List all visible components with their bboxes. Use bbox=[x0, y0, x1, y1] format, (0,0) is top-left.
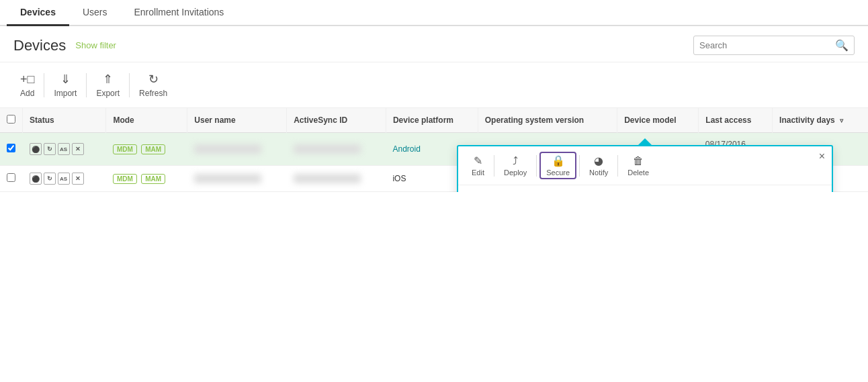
col-inactivity[interactable]: Inactivity days ▿ bbox=[773, 108, 868, 133]
row-status: ⚫ ↻ AS ✕ bbox=[23, 133, 106, 166]
page-header: Devices Show filter 🔍 bbox=[0, 26, 868, 62]
activesync-blurred bbox=[294, 144, 361, 154]
tab-devices[interactable]: Devices bbox=[7, 0, 69, 26]
col-platform[interactable]: Device platform bbox=[386, 108, 478, 133]
badge-mam: MAM bbox=[141, 174, 165, 184]
row-checkbox-cell[interactable] bbox=[0, 133, 23, 166]
show-filter-link[interactable]: Show filter bbox=[75, 40, 116, 50]
popup-edit-button[interactable]: ✎ Edit bbox=[465, 152, 491, 179]
search-box: 🔍 bbox=[693, 36, 855, 55]
add-label: Add bbox=[20, 89, 34, 98]
refresh-label: Refresh bbox=[139, 89, 167, 98]
table-container: Status Mode User name ActiveSync ID Devi… bbox=[0, 108, 868, 192]
select-all-header[interactable] bbox=[0, 108, 23, 133]
popup-toolbar: ✎ Edit ⤴ Deploy 🔒 Secure ◕ Notify 🗑 Dele… bbox=[458, 146, 832, 185]
edit-icon: ✎ bbox=[474, 154, 482, 167]
status-icon-x: ✕ bbox=[72, 173, 84, 185]
status-icon-as: AS bbox=[58, 173, 70, 185]
status-icons: ⚫ ↻ AS ✕ bbox=[30, 143, 99, 155]
col-last-access[interactable]: Last access bbox=[699, 108, 773, 133]
top-nav: Devices Users Enrollment Invitations bbox=[0, 0, 868, 26]
export-icon: ⇑ bbox=[103, 72, 113, 87]
badge-mdm: MDM bbox=[113, 144, 137, 154]
table-header-row: Status Mode User name ActiveSync ID Devi… bbox=[0, 108, 868, 133]
username-blurred bbox=[194, 144, 261, 154]
col-inactivity-sort-icon: ▿ bbox=[840, 117, 843, 124]
notify-label: Notify bbox=[589, 169, 608, 177]
popup-toolbar-divider-2 bbox=[536, 155, 537, 177]
row-checkbox[interactable] bbox=[7, 144, 15, 152]
row-checkbox-cell[interactable] bbox=[0, 166, 23, 192]
add-icon: +□ bbox=[20, 73, 34, 87]
status-icons: ⚫ ↻ AS ✕ bbox=[30, 173, 99, 185]
search-icon[interactable]: 🔍 bbox=[835, 39, 849, 52]
notify-icon: ◕ bbox=[594, 154, 603, 167]
popup-notify-button[interactable]: ◕ Notify bbox=[582, 152, 615, 179]
status-icon-1: ⚫ bbox=[30, 173, 42, 185]
row-mode: MDM MAM bbox=[106, 166, 187, 192]
col-activesync[interactable]: ActiveSync ID bbox=[287, 108, 386, 133]
row-checkbox[interactable] bbox=[7, 173, 15, 182]
search-input[interactable] bbox=[699, 40, 835, 50]
popup-close-button[interactable]: × bbox=[819, 150, 825, 162]
status-icon-as: AS bbox=[58, 143, 70, 155]
secure-icon: 🔒 bbox=[552, 154, 565, 167]
deploy-icon: ⤴ bbox=[513, 155, 518, 167]
export-button[interactable]: ⇑ Export bbox=[89, 69, 126, 101]
delete-label: Delete bbox=[627, 169, 649, 177]
popup-secure-button[interactable]: 🔒 Secure bbox=[539, 152, 576, 179]
edit-label: Edit bbox=[472, 169, 484, 177]
username-blurred bbox=[194, 174, 261, 183]
row-mode: MDM MAM bbox=[106, 133, 187, 166]
popup-toolbar-divider-4 bbox=[617, 155, 618, 177]
col-device-model[interactable]: Device model bbox=[617, 108, 699, 133]
popup-delete-button[interactable]: 🗑 Delete bbox=[621, 152, 656, 179]
tab-users[interactable]: Users bbox=[69, 0, 121, 26]
row-username bbox=[187, 133, 287, 166]
status-icon-1: ⚫ bbox=[30, 143, 42, 155]
toolbar: +□ Add ⇓ Import ⇑ Export ↻ Refresh bbox=[0, 62, 868, 108]
device-popup: × ✎ Edit ⤴ Deploy 🔒 Secure ◕ Notify bbox=[457, 145, 833, 192]
toolbar-divider-3 bbox=[129, 73, 130, 97]
refresh-button[interactable]: ↻ Refresh bbox=[132, 69, 174, 101]
row-activesync bbox=[287, 166, 386, 192]
col-username[interactable]: User name bbox=[187, 108, 287, 133]
tab-enrollment-invitations[interactable]: Enrollment Invitations bbox=[121, 0, 238, 26]
badge-mam: MAM bbox=[141, 144, 165, 154]
deploy-label: Deploy bbox=[504, 169, 527, 177]
popup-content: XME Device Managed Delivery Groups 2 ⚙ P… bbox=[458, 185, 832, 192]
status-icon-2: ↻ bbox=[44, 143, 56, 155]
activesync-blurred bbox=[294, 174, 361, 183]
col-status[interactable]: Status bbox=[23, 108, 106, 133]
badge-mdm: MDM bbox=[113, 174, 137, 184]
col-os-version[interactable]: Operating system version bbox=[478, 108, 617, 133]
row-username bbox=[187, 166, 287, 192]
status-icon-2: ↻ bbox=[44, 173, 56, 185]
page-title: Devices bbox=[13, 37, 66, 54]
import-button[interactable]: ⇓ Import bbox=[47, 69, 83, 101]
popup-toolbar-divider-3 bbox=[579, 155, 580, 177]
status-icon-x: ✕ bbox=[72, 143, 84, 155]
add-button[interactable]: +□ Add bbox=[13, 70, 41, 101]
select-all-checkbox[interactable] bbox=[7, 115, 15, 124]
toolbar-divider-1 bbox=[44, 73, 44, 97]
import-icon: ⇓ bbox=[60, 72, 71, 87]
refresh-icon: ↻ bbox=[148, 72, 159, 87]
secure-label: Secure bbox=[546, 169, 570, 177]
popup-deploy-button[interactable]: ⤴ Deploy bbox=[497, 152, 533, 179]
row-activesync bbox=[287, 133, 386, 166]
popup-pointer bbox=[637, 138, 653, 146]
export-label: Export bbox=[96, 89, 120, 98]
col-mode[interactable]: Mode bbox=[106, 108, 187, 133]
import-label: Import bbox=[54, 89, 77, 98]
toolbar-divider-2 bbox=[86, 73, 87, 97]
row-status: ⚫ ↻ AS ✕ bbox=[23, 166, 106, 192]
popup-toolbar-divider-1 bbox=[494, 155, 494, 177]
delete-icon: 🗑 bbox=[633, 155, 644, 167]
